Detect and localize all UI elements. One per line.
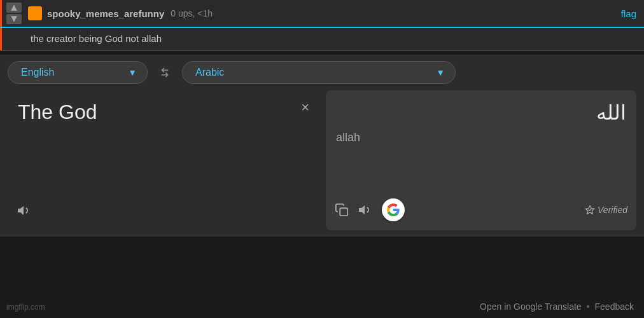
downvote-button[interactable] bbox=[6, 14, 22, 24]
arabic-translation-text: الله bbox=[336, 100, 626, 125]
source-lang-chevron: ▼ bbox=[128, 67, 137, 78]
left-border-accent bbox=[0, 0, 2, 27]
target-lang-label: Arabic bbox=[195, 67, 224, 78]
footer-separator: • bbox=[587, 301, 590, 312]
page-footer: imgflip.com Open in Google Translate • F… bbox=[0, 295, 644, 318]
target-language-select[interactable]: Arabic ▼ bbox=[182, 61, 456, 84]
username[interactable]: spooky_memes_arefunny bbox=[47, 8, 164, 19]
lang-selector-row: English ▼ Arabic ▼ bbox=[0, 55, 644, 90]
swap-languages-button[interactable] bbox=[154, 62, 176, 83]
source-audio-button[interactable] bbox=[17, 203, 32, 221]
upvote-button[interactable] bbox=[6, 3, 22, 13]
post-left-border bbox=[0, 28, 2, 50]
post-header: spooky_memes_arefunny 0 ups, <1h flag bbox=[0, 0, 644, 28]
clear-source-button[interactable]: × bbox=[301, 99, 309, 116]
user-avatar bbox=[28, 6, 42, 20]
romanized-translation-text: allah bbox=[336, 131, 626, 144]
flag-link[interactable]: flag bbox=[621, 8, 636, 19]
verified-label: Verified bbox=[598, 205, 627, 215]
post-text: the creator being God not allah bbox=[31, 33, 162, 44]
google-logo-button[interactable] bbox=[382, 198, 405, 221]
target-bottom-controls: Verified bbox=[335, 198, 627, 221]
svg-marker-1 bbox=[11, 16, 17, 22]
translate-widget: English ▼ Arabic ▼ The God × bbox=[0, 55, 644, 237]
source-text: The God bbox=[18, 100, 97, 123]
feedback-link[interactable]: Feedback bbox=[595, 301, 634, 312]
target-lang-chevron: ▼ bbox=[436, 67, 445, 78]
target-audio-button[interactable] bbox=[358, 202, 373, 218]
open-in-google-link[interactable]: Open in Google Translate bbox=[480, 301, 582, 312]
imgflip-logo: imgflip.com bbox=[6, 303, 45, 312]
source-bottom-controls bbox=[17, 203, 32, 221]
source-language-select[interactable]: English ▼ bbox=[8, 61, 148, 84]
post-meta: 0 ups, <1h bbox=[171, 8, 213, 18]
verified-badge: Verified bbox=[585, 205, 627, 215]
source-panel: The God × bbox=[8, 90, 318, 230]
svg-rect-2 bbox=[340, 208, 347, 216]
source-lang-label: English bbox=[21, 67, 54, 78]
post-text-row: the creator being God not allah bbox=[0, 28, 644, 51]
svg-marker-0 bbox=[11, 4, 17, 11]
vote-buttons bbox=[6, 3, 22, 24]
copy-translation-button[interactable] bbox=[335, 203, 349, 217]
translation-panels: The God × الله allah bbox=[0, 90, 644, 237]
target-panel: الله allah bbox=[326, 90, 636, 230]
